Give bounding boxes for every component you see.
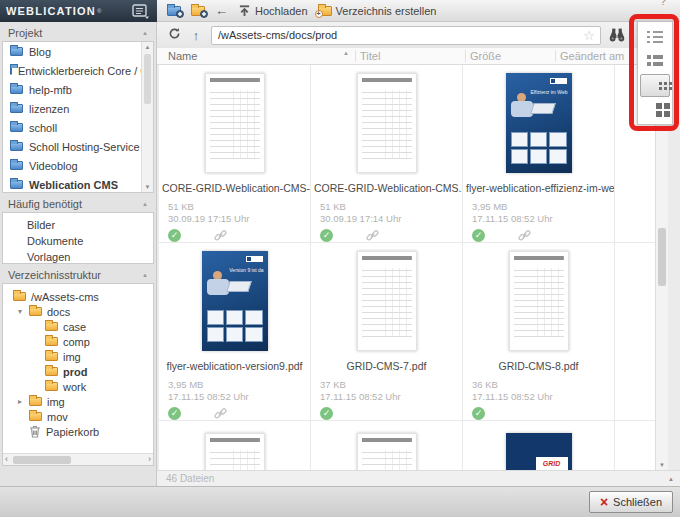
file-card-flyer-effizienz[interactable]: Effizienz im Web flyer-weblication-effiz…: [463, 65, 615, 243]
folder-icon: [10, 123, 23, 132]
tree-item-mov[interactable]: mov: [3, 409, 153, 424]
file-card-core-grid[interactable]: CORE-GRID-Weblication-CMS.pdf 51 KB 30.0…: [311, 65, 463, 243]
project-item-weblication-cms[interactable]: Weblication CMS: [3, 175, 153, 193]
pdf-thumbnail: [205, 433, 265, 470]
tree-item-img2[interactable]: ▸img: [3, 394, 153, 409]
file-card-partial-3[interactable]: GRID: [463, 421, 615, 470]
section-header-haeufig[interactable]: Häufig benötigt ▲: [0, 193, 156, 212]
upload-icon: [238, 4, 251, 17]
help-icon[interactable]: ?: [660, 0, 666, 7]
project-item-lizenzen[interactable]: lizenzen: [3, 99, 153, 118]
projekt-scrollbar[interactable]: ▲ ▼: [141, 42, 153, 192]
folder-plus-icon: +: [318, 6, 332, 16]
published-check-icon: ✓: [168, 229, 181, 242]
tree-horizontal-scrollbar[interactable]: ‹ ›: [3, 453, 153, 465]
tree-label: img: [47, 396, 65, 408]
view-large-grid-button[interactable]: [640, 98, 670, 121]
collapse-panel-icon[interactable]: ▲: [668, 476, 680, 482]
path-input[interactable]: /wAssets-cms/docs/prod ☆: [211, 26, 601, 45]
quick-item-dokumente[interactable]: Dokumente: [3, 233, 153, 249]
file-card-partial-1[interactable]: [159, 421, 311, 470]
folder-icon: [45, 382, 58, 391]
tree-item-case[interactable]: case: [3, 319, 153, 334]
file-card-grid-cms-8[interactable]: GRID-CMS-8.pdf 36 KB 17.11.15 08:52 Uhr …: [463, 243, 615, 421]
tree-label: /wAssets-cms: [31, 291, 99, 303]
scroll-down-icon[interactable]: ▼: [656, 462, 668, 468]
expander-open-icon[interactable]: ▾: [16, 307, 24, 316]
published-check-icon: ✓: [168, 407, 181, 420]
tree-item-img[interactable]: img: [3, 349, 153, 364]
back-button[interactable]: ←: [215, 3, 228, 18]
project-item-help-mfb[interactable]: help-mfb: [3, 80, 153, 99]
scroll-left-icon[interactable]: ‹: [5, 454, 8, 465]
view-detail-list-button[interactable]: [640, 50, 670, 73]
column-titel[interactable]: Titel: [360, 50, 380, 62]
folder-icon: [10, 180, 23, 189]
refresh-button[interactable]: [163, 26, 185, 44]
quick-item-bilder[interactable]: Bilder: [3, 217, 153, 233]
favorite-star-icon[interactable]: ☆: [583, 28, 600, 43]
project-label: lizenzen: [29, 103, 69, 115]
quick-item-vorlagen[interactable]: Vorlagen: [3, 249, 153, 264]
tree-item-docs[interactable]: ▾docs: [3, 304, 153, 319]
project-item-entwicklerbereich[interactable]: Entwicklerbereich Core / Grid: [3, 61, 153, 80]
collapse-icon: ▲: [142, 201, 148, 207]
section-header-projekt[interactable]: Projekt ▲: [0, 22, 156, 41]
project-item-blog[interactable]: Blog: [3, 42, 153, 61]
upload-label: Hochladen: [255, 5, 308, 17]
scrollbar-thumb[interactable]: [658, 228, 666, 286]
tree-item-prod[interactable]: prod: [3, 364, 153, 379]
file-card-flyer-version9[interactable]: Version 9 ist da flyer-weblication-versi…: [159, 243, 311, 421]
pdf-thumbnail: Version 9 ist da: [202, 251, 268, 351]
tree-item-wassets-cms[interactable]: /wAssets-cms: [3, 289, 153, 304]
tree-item-work[interactable]: work: [3, 379, 153, 394]
scrollbar-thumb[interactable]: [144, 54, 151, 104]
large-grid-view-icon: [656, 103, 662, 109]
file-card-partial-2[interactable]: [311, 421, 463, 470]
scroll-up-icon[interactable]: ▲: [142, 44, 153, 50]
link-icon[interactable]: [214, 407, 227, 420]
link-icon[interactable]: [518, 229, 531, 242]
file-card-grid-cms-7[interactable]: GRID-CMS-7.pdf 37 KB 17.11.15 08:52 Uhr …: [311, 243, 463, 421]
path-value: /wAssets-cms/docs/prod: [212, 29, 583, 41]
collapse-icon: ▲: [142, 272, 148, 278]
column-groesse[interactable]: Größe: [470, 50, 501, 62]
file-name: GRID-CMS-8.pdf: [463, 360, 614, 372]
section-header-verzeichnis[interactable]: Verzeichnisstruktur ▲: [0, 264, 156, 283]
menu-button[interactable]: [131, 3, 151, 19]
project-item-videoblog[interactable]: Videoblog: [3, 156, 153, 175]
project-item-scholl-hosting[interactable]: Scholl Hosting-Service: [3, 137, 153, 156]
scroll-down-icon[interactable]: ▼: [142, 184, 153, 190]
close-label: Schließen: [613, 496, 662, 508]
empty-grid-cell: [615, 243, 655, 421]
column-name[interactable]: Name: [168, 50, 197, 62]
close-button[interactable]: × Schließen: [589, 491, 673, 513]
project-label: Weblication CMS: [29, 179, 118, 191]
view-small-grid-button[interactable]: [640, 74, 670, 97]
pdf-thumbnail: [357, 251, 417, 351]
file-card-core-grid-vp[interactable]: CORE-GRID-Weblication-CMS-VP.pdf 51 KB 3…: [159, 65, 311, 243]
folder-icon: [29, 397, 42, 406]
collapse-icon: ▲: [142, 30, 148, 36]
tree-item-comp[interactable]: comp: [3, 334, 153, 349]
upload-button[interactable]: Hochladen: [238, 4, 308, 17]
link-icon[interactable]: [214, 229, 227, 242]
view-list-button[interactable]: [640, 26, 670, 49]
up-directory-button[interactable]: ↑: [185, 26, 207, 44]
directory-settings-button[interactable]: [191, 6, 205, 16]
file-grid-scrollbar[interactable]: ▲ ▼: [655, 65, 668, 470]
search-button[interactable]: [609, 28, 625, 42]
link-icon[interactable]: [366, 229, 379, 242]
expander-closed-icon[interactable]: ▸: [16, 397, 24, 406]
create-directory-button[interactable]: + Verzeichnis erstellen: [318, 5, 437, 17]
project-item-scholl[interactable]: scholl: [3, 118, 153, 137]
scroll-right-icon[interactable]: ›: [148, 454, 151, 465]
tree-item-papierkorb[interactable]: Papierkorb: [3, 424, 153, 439]
scrollbar-thumb[interactable]: [13, 456, 71, 464]
section-title: Verzeichnisstruktur: [8, 269, 101, 281]
column-geaendert-am[interactable]: Geändert am: [560, 50, 624, 62]
trash-icon: [29, 425, 41, 438]
sort-ascending-icon[interactable]: ▲: [343, 50, 349, 56]
project-settings-button[interactable]: [167, 6, 181, 16]
column-divider: [355, 50, 356, 62]
